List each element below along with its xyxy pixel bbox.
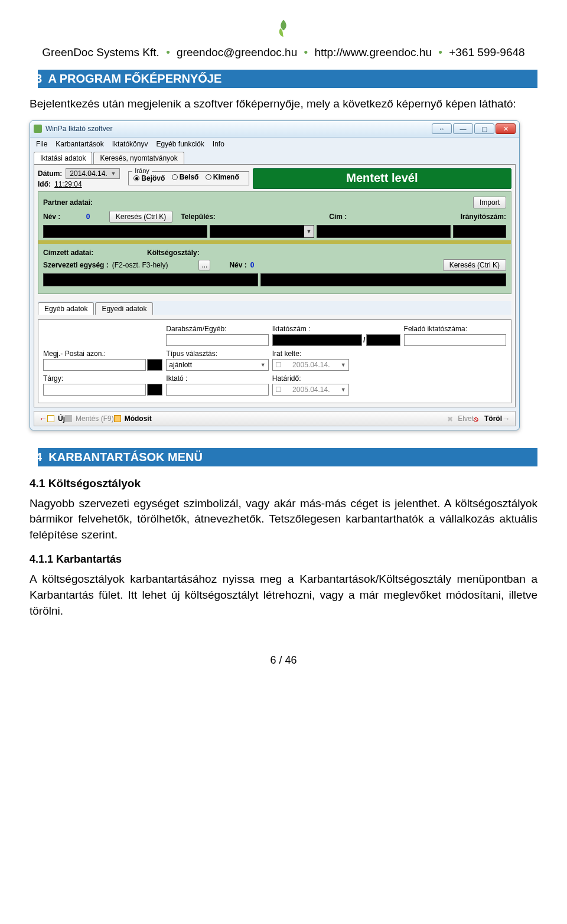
time-value: 11:29:04 bbox=[54, 180, 82, 188]
iktatoszam-input-1[interactable] bbox=[272, 334, 362, 346]
tipus-select[interactable]: ajánlott ▼ bbox=[166, 359, 268, 371]
iktatoszam-separator: / bbox=[363, 336, 365, 344]
kereses-button[interactable]: Keresés (Ctrl K) bbox=[109, 211, 172, 223]
panel-divider bbox=[38, 240, 511, 244]
hatarido-field[interactable]: ☐2005.04.14. ▼ bbox=[272, 384, 349, 396]
window-extra-button[interactable]: ↔ bbox=[432, 123, 452, 134]
hatarido-label: Határidő: bbox=[272, 374, 400, 383]
darabszam-label: Darabszám/Egyéb: bbox=[166, 325, 268, 333]
chevron-down-icon: ▼ bbox=[341, 362, 346, 368]
megj-extra-input[interactable] bbox=[147, 359, 162, 371]
tab-kereses-nyomtatvanyok[interactable]: Keresés, nyomtatványok bbox=[93, 152, 184, 164]
megj-input[interactable] bbox=[43, 359, 146, 371]
company-url: http://www.greendoc.hu bbox=[314, 46, 432, 58]
darabszam-input[interactable] bbox=[166, 334, 268, 346]
kereses2-button[interactable]: Keresés (Ctrl K) bbox=[443, 259, 506, 271]
window-minimize-button[interactable]: — bbox=[453, 123, 473, 134]
targy-label: Tárgy: bbox=[43, 374, 162, 383]
heading-4-1: 4.1 Költségosztályok bbox=[30, 477, 537, 490]
page-header-contact: GreenDoc Systems Kft. • greendoc@greendo… bbox=[30, 46, 537, 59]
chevron-down-icon: ▼ bbox=[260, 362, 266, 368]
section-3-intro: Bejelentkezés után megjelenik a szoftver… bbox=[30, 96, 537, 112]
status-banner: Mentett levél bbox=[253, 168, 511, 189]
telepules-label: Település: bbox=[181, 213, 215, 221]
nev2-label: Név : bbox=[229, 261, 246, 269]
prev-arrow-icon[interactable]: ← bbox=[39, 414, 47, 423]
tab-egyeb-adatok[interactable]: Egyéb adatok bbox=[38, 302, 94, 315]
main-tabs: Iktatási adatok Keresés, nyomtatványok bbox=[30, 151, 519, 164]
iktatoszam-input-2[interactable] bbox=[366, 334, 400, 346]
paragraph-4-1: Nagyobb szervezeti egységet szimbolizál,… bbox=[30, 496, 537, 543]
radio-bejovo[interactable]: Bejövő bbox=[133, 174, 165, 182]
uj-button[interactable]: Új bbox=[47, 414, 65, 423]
tab-egyedi-adatok[interactable]: Egyedi adatok bbox=[95, 302, 153, 315]
window-title: WinPa Iktató szoftver bbox=[45, 125, 112, 133]
irsz-label: Irányítószám: bbox=[461, 213, 506, 221]
partner-adatai-label: Partner adatai: bbox=[43, 198, 93, 207]
szervezeti-egyseg-hint: (F2-oszt. F3-hely) bbox=[112, 261, 168, 269]
window-titlebar: WinPa Iktató szoftver ↔ — ▢ ✕ bbox=[30, 121, 519, 138]
separator-dot: • bbox=[304, 46, 308, 58]
company-name: GreenDoc Systems Kft. bbox=[42, 46, 159, 58]
cim-label: Cím : bbox=[329, 213, 347, 221]
nev-input[interactable] bbox=[43, 225, 207, 238]
targy-input[interactable] bbox=[43, 384, 146, 396]
szervezeti-egyseg-input[interactable] bbox=[43, 273, 258, 286]
megj-label: Megj.- Postai azon.: bbox=[43, 350, 162, 358]
nev2-input[interactable] bbox=[260, 273, 506, 286]
section-3-number: 3 bbox=[35, 72, 42, 85]
company-email: greendoc@greendoc.hu bbox=[177, 46, 297, 58]
window-close-button[interactable]: ✕ bbox=[496, 123, 516, 134]
edit-icon bbox=[114, 415, 121, 422]
tipus-value: ajánlott bbox=[169, 361, 192, 369]
targy-extra-input[interactable] bbox=[147, 384, 162, 396]
egyeb-adatok-panel: Darabszám/Egyéb: Iktatószám : / Feladó i… bbox=[38, 319, 511, 403]
menu-info[interactable]: Info bbox=[213, 140, 224, 148]
menu-iktatokonyv[interactable]: Iktatókönyv bbox=[112, 140, 148, 148]
irany-legend: Irány bbox=[132, 167, 151, 174]
telepules-select[interactable]: ▼ bbox=[210, 225, 314, 238]
menu-karbantartasok[interactable]: Karbantartások bbox=[56, 140, 103, 148]
menu-bar: File Karbantartások Iktatókönyv Egyéb fu… bbox=[30, 138, 519, 151]
partner-panel: Partner adatai: Import Név : 0 Keresés (… bbox=[38, 191, 511, 294]
app-window: WinPa Iktató szoftver ↔ — ▢ ✕ File Karba… bbox=[30, 120, 520, 430]
section-4-number: 4 bbox=[35, 450, 42, 463]
heading-4-1-1: 4.1.1 Karbantartás bbox=[30, 553, 537, 566]
modosit-button[interactable]: Módosít bbox=[114, 414, 152, 423]
new-icon bbox=[47, 415, 54, 422]
cim-input[interactable] bbox=[317, 225, 451, 238]
date-field[interactable]: 2014.04.14. ▼ bbox=[66, 168, 120, 179]
discard-icon: ✖ bbox=[447, 415, 454, 422]
section-4-title: 4 KARBANTARTÁSOK MENÜ bbox=[30, 448, 537, 466]
irsz-input[interactable] bbox=[453, 225, 506, 238]
bottom-toolbar: ← Új Mentés (F9) Módosít ✖ Elvet ⦸ Töröl… bbox=[34, 411, 516, 426]
time-label: Idő: bbox=[38, 180, 51, 188]
radio-kimeno[interactable]: Kimenő bbox=[206, 173, 239, 181]
paragraph-4-1-1: A költségosztályok karbantartásához nyis… bbox=[30, 572, 537, 619]
torol-button[interactable]: ⦸ Töröl bbox=[474, 414, 502, 423]
tab-iktatasi-adatok[interactable]: Iktatási adatok bbox=[34, 152, 92, 164]
cimzett-adatai-label: Címzett adatai: bbox=[43, 249, 144, 257]
mentes-button[interactable]: Mentés (F9) bbox=[65, 414, 114, 423]
irat-kelte-value: 2005.04.14. bbox=[292, 361, 330, 369]
menu-file[interactable]: File bbox=[36, 140, 47, 148]
ellipsis-button[interactable]: ... bbox=[198, 260, 210, 270]
nev2-counter: 0 bbox=[250, 261, 255, 269]
menu-egyeb-funkciok[interactable]: Egyéb funkciók bbox=[156, 140, 204, 148]
radio-belso[interactable]: Belső bbox=[172, 173, 199, 181]
iktatoszam-label: Iktatószám : bbox=[272, 325, 400, 333]
window-maximize-button[interactable]: ▢ bbox=[474, 123, 494, 134]
page-logo bbox=[30, 18, 537, 41]
app-icon bbox=[34, 125, 42, 133]
chevron-down-icon: ▼ bbox=[341, 387, 346, 393]
import-button[interactable]: Import bbox=[473, 197, 506, 208]
section-3-title: 3 A PROGRAM FŐKÉPERNYŐJE bbox=[30, 70, 537, 88]
section-3-heading: A PROGRAM FŐKÉPERNYŐJE bbox=[48, 72, 222, 85]
felado-iktatoszama-input[interactable] bbox=[404, 334, 506, 346]
elvet-button[interactable]: ✖ Elvet bbox=[447, 414, 474, 423]
next-arrow-icon[interactable]: → bbox=[502, 414, 510, 423]
irat-kelte-field[interactable]: ☐2005.04.14. ▼ bbox=[272, 359, 349, 371]
iktato-input[interactable] bbox=[166, 384, 268, 396]
koltsegosztaly-label: Költségosztály: bbox=[147, 249, 200, 257]
tipus-label: Típus választás: bbox=[166, 350, 268, 358]
